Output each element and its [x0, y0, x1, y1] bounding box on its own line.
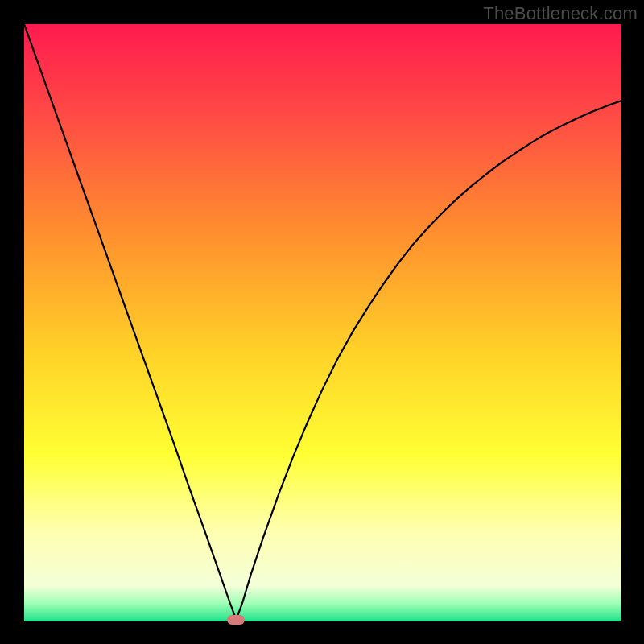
chart-frame: TheBottleneck.com: [0, 0, 644, 644]
optimal-marker: [227, 615, 245, 625]
watermark-text: TheBottleneck.com: [483, 3, 638, 24]
bottleneck-plot: [24, 24, 621, 621]
plot-background: [24, 24, 621, 621]
